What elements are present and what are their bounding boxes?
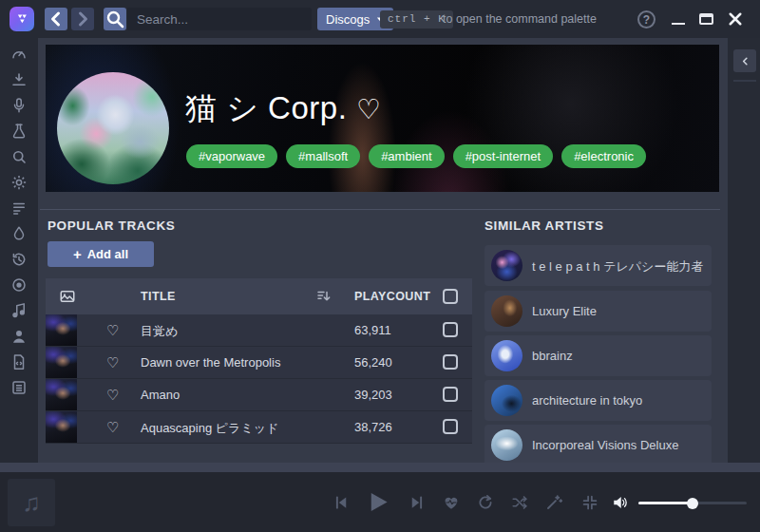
gear-icon[interactable] — [10, 174, 28, 191]
track-checkbox[interactable] — [443, 387, 458, 402]
popular-tracks-table: TITLE PLAYCOUNT ♡ 目覚め 63,911 ♡ Dawn over… — [46, 278, 472, 444]
plus-icon: + — [73, 246, 82, 262]
track-row[interactable]: ♡ 目覚め 63,911 — [46, 314, 472, 347]
music-note-icon[interactable] — [10, 302, 28, 319]
tag-ambient[interactable]: #ambient — [369, 144, 444, 168]
download-icon[interactable] — [10, 71, 28, 88]
similar-artist-card[interactable]: Luxury Elite — [484, 291, 712, 332]
artist-avatar — [57, 72, 169, 184]
track-thumbnail — [46, 411, 77, 443]
volume-slider[interactable] — [638, 502, 747, 504]
tag-post-internet[interactable]: #post-internet — [453, 144, 554, 168]
flask-icon[interactable] — [10, 123, 28, 140]
next-track-button[interactable] — [408, 494, 426, 511]
artist-avatar — [491, 385, 522, 416]
tag-mallsoft[interactable]: #mallsoft — [286, 144, 360, 168]
artist-avatar — [491, 429, 522, 461]
select-all-checkbox[interactable] — [443, 289, 458, 304]
title-column-header[interactable]: TITLE — [141, 290, 176, 303]
bottom-divider-strip — [0, 463, 760, 472]
microphone-icon[interactable] — [10, 97, 28, 114]
details-list-icon[interactable] — [10, 379, 28, 396]
add-all-button[interactable]: + Add all — [48, 241, 154, 267]
play-button[interactable] — [365, 489, 390, 515]
artist-banner-image: 猫 シ Corp.♡ #vaporwave #mallsoft #ambient… — [46, 45, 719, 192]
track-checkbox[interactable] — [443, 419, 458, 434]
player-bar: ♫ — [0, 472, 760, 532]
previous-track-button[interactable] — [332, 494, 350, 511]
track-checkbox[interactable] — [443, 322, 458, 337]
similar-artist-card[interactable]: architecture in tokyo — [484, 380, 712, 421]
track-row[interactable]: ♡ Dawn over the Metropolis 56,240 — [46, 347, 472, 379]
artist-avatar — [491, 295, 522, 327]
left-sidebar — [0, 38, 38, 463]
now-playing-artwork-placeholder: ♫ — [8, 479, 55, 526]
track-favorite-icon[interactable]: ♡ — [106, 322, 119, 339]
artist-avatar — [491, 250, 522, 281]
disc-icon[interactable] — [10, 276, 28, 294]
mini-player-button[interactable] — [581, 494, 598, 511]
tag-electronic[interactable]: #electronic — [561, 144, 646, 168]
back-button[interactable] — [45, 8, 67, 30]
genre-tags: #vaporwave #mallsoft #ambient #post-inte… — [186, 144, 646, 168]
track-thumbnail — [46, 347, 77, 378]
top-bar: Discogs ctrl + K to open the command pal… — [0, 0, 760, 38]
volume-fill — [638, 502, 693, 504]
app-logo-icon — [10, 7, 34, 31]
file-icon[interactable] — [10, 353, 28, 370]
artist-avatar — [491, 340, 522, 371]
maximize-button[interactable] — [699, 13, 713, 25]
shortcut-hint-text: to open the command palette — [443, 0, 597, 38]
track-favorite-icon[interactable]: ♡ — [106, 354, 119, 371]
artwork-column-icon — [59, 288, 76, 305]
forward-button[interactable] — [71, 8, 94, 30]
tag-vaporwave[interactable]: #vaporwave — [186, 144, 277, 168]
music-note-icon: ♫ — [22, 488, 41, 518]
right-panel-strip — [728, 38, 760, 463]
playcount-column-header[interactable]: PLAYCOUNT — [354, 290, 430, 303]
minimize-button[interactable] — [672, 23, 685, 25]
search-explore-icon[interactable] — [10, 148, 28, 165]
help-icon[interactable]: ? — [637, 10, 656, 28]
section-divider — [40, 209, 720, 210]
track-thumbnail — [46, 314, 77, 346]
similar-artist-card[interactable]: bbrainz — [484, 335, 712, 376]
person-icon[interactable] — [10, 328, 28, 345]
similar-artists-heading: SIMILAR ARTISTS — [484, 218, 604, 233]
artist-name: 猫 シ Corp.♡ — [185, 87, 382, 130]
search-input[interactable] — [127, 8, 312, 30]
history-icon[interactable] — [10, 251, 28, 268]
drop-icon[interactable] — [10, 225, 28, 242]
app-window: Discogs ctrl + K to open the command pal… — [0, 0, 760, 532]
track-row[interactable]: ♡ Aquascaping ピラミッド 38,726 — [46, 411, 472, 444]
similar-artist-card[interactable]: t e l e p a t h テレパシー能力者 — [484, 245, 712, 286]
favorite-heart-icon[interactable]: ♡ — [356, 94, 382, 124]
search-icon[interactable] — [104, 8, 126, 30]
queue-list-icon[interactable] — [10, 200, 28, 217]
expand-panel-button[interactable] — [733, 49, 756, 72]
shuffle-button[interactable] — [511, 494, 528, 511]
track-favorite-icon[interactable]: ♡ — [106, 419, 119, 436]
track-row[interactable]: ♡ Amano 39,203 — [46, 379, 472, 411]
search-provider-label: Discogs — [326, 12, 370, 27]
track-thumbnail — [46, 379, 77, 410]
similar-artist-card[interactable]: Incorporeal Visions Deluxe — [484, 425, 712, 463]
track-favorite-icon[interactable]: ♡ — [106, 387, 119, 404]
repeat-button[interactable] — [477, 494, 494, 511]
magic-wand-button[interactable] — [545, 494, 562, 511]
volume-thumb[interactable] — [687, 498, 698, 509]
scrobble-heart-icon[interactable] — [443, 494, 460, 511]
panel-divider — [733, 80, 756, 82]
main-content: 猫 シ Corp.♡ #vaporwave #mallsoft #ambient… — [38, 38, 728, 463]
volume-icon[interactable] — [612, 494, 633, 511]
popular-tracks-heading: POPULAR TRACKS — [48, 218, 175, 233]
gauge-icon[interactable] — [10, 46, 28, 63]
track-checkbox[interactable] — [443, 354, 458, 370]
sort-icon[interactable] — [315, 288, 332, 305]
table-header: TITLE PLAYCOUNT — [46, 278, 472, 314]
close-button[interactable] — [727, 10, 744, 28]
